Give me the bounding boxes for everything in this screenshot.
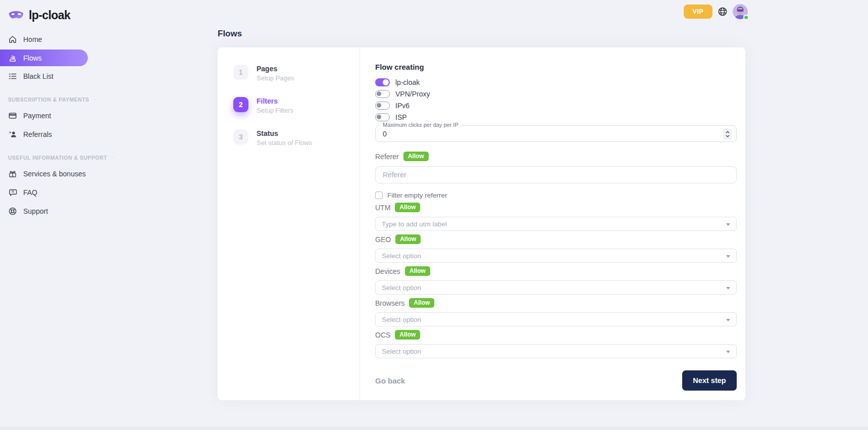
browsers-allow-badge[interactable]: Allow [409,298,434,308]
mask-icon [8,10,24,21]
next-step-button[interactable]: Next step [682,370,737,391]
lifebuoy-icon [8,207,17,216]
number-stepper[interactable] [723,129,732,139]
online-status-dot [743,15,749,20]
topbar-right: VIP [684,4,748,19]
sidebar-item-flows[interactable]: Flows [0,50,88,66]
flow-card: 1 Pages Setup Pages 2 Filters Setup Filt… [218,47,745,400]
step-pages[interactable]: 1 Pages Setup Pages [233,64,360,81]
geo-select[interactable]: Select option [375,249,737,263]
flows-icon [8,54,17,63]
chevron-down-icon [726,351,730,353]
geo-allow-badge[interactable]: Allow [395,234,421,244]
devices-label-row: Devices Allow [375,267,737,275]
sidebar-item-support[interactable]: Support [0,203,88,220]
sidebar: lp-cloak Home Flows [0,0,88,220]
referer-field [375,166,737,183]
flow-form: Flow creating lp-cloak VPN/Proxy IPv6 IS… [360,47,745,400]
main-content: Flows 1 Pages Setup Pages 2 Filters Setu… [218,29,745,400]
go-back-button[interactable]: Go back [375,376,405,385]
filter-empty-referrer-row: Filter empty referrer [375,192,737,199]
sidebar-item-referrals[interactable]: Referrals [0,126,88,143]
sidebar-item-label: Payment [23,112,51,120]
avatar[interactable] [733,4,748,19]
utm-allow-badge[interactable]: Allow [395,203,420,212]
toggle-knob [383,79,389,85]
sidebar-item-label: Black List [23,72,54,80]
browsers-label: Browsers [375,299,404,307]
step-subtitle: Setup Filters [257,107,293,114]
toggle-row-vpn-proxy: VPN/Proxy [375,90,737,98]
referral-user-icon [8,130,17,139]
sidebar-item-label: Home [23,35,42,43]
step-title: Filters [257,96,293,105]
toggle-knob [377,103,381,108]
select-placeholder: Select option [382,316,421,323]
brand-logo[interactable]: lp-cloak [0,0,88,24]
utm-label: UTM [375,204,390,212]
checkbox-label: Filter empty referrer [387,192,447,199]
vpn-proxy-toggle[interactable] [375,90,390,98]
bulleted-list-icon [8,72,17,81]
devices-allow-badge[interactable]: Allow [405,266,430,276]
devices-select[interactable]: Select option [375,280,737,295]
browsers-select[interactable]: Select option [375,312,737,326]
section-title: USEFUL INFORMATION & SUPPORT [8,155,107,161]
sidebar-item-label: Support [23,207,48,215]
section-divider [93,99,96,100]
step-number: 3 [233,129,248,145]
credit-card-icon [8,111,17,120]
ocs-allow-badge[interactable]: Allow [395,330,420,340]
gift-icon [8,169,17,178]
referer-input[interactable] [376,171,736,179]
sidebar-item-faq[interactable]: ?! FAQ [0,184,88,201]
toggle-label: VPN/Proxy [395,90,430,98]
ipv6-toggle[interactable] [375,102,390,110]
step-number: 2 [233,97,248,112]
geo-label: GEO [375,235,391,244]
ocs-label: OCS [375,331,390,339]
geo-label-row: GEO Allow [375,235,737,244]
sidebar-item-label: Flows [23,54,42,62]
chevron-down-icon [726,287,730,290]
sidebar-item-label: Referrals [23,130,52,138]
referer-label: Referer [375,153,399,161]
form-footer: Go back Next step [375,370,737,391]
stepper: 1 Pages Setup Pages 2 Filters Setup Filt… [218,47,360,400]
utm-select[interactable]: Type to add utm label [375,217,737,231]
svg-text:?!: ?! [11,190,14,194]
app-root: lp-cloak Home Flows [0,0,868,430]
ocs-label-row: OCS Allow [375,330,737,339]
vip-badge-button[interactable]: VIP [684,5,712,19]
step-filters[interactable]: 2 Filters Setup Filters [233,96,360,113]
toggle-row-isp: ISP [375,113,737,121]
referer-label-row: Referer Allow [375,152,737,161]
max-clicks-input[interactable] [383,126,706,141]
sidebar-nav-subscription: Payment Referrals [0,107,88,143]
brand-name: lp-cloak [29,9,70,22]
referer-allow-badge[interactable]: Allow [403,152,429,161]
toggle-knob [377,115,381,119]
step-status[interactable]: 3 Status Set status of Flows [233,128,360,146]
sidebar-item-payment[interactable]: Payment [0,107,88,124]
sidebar-item-services[interactable]: Services & bonuses [0,165,88,182]
globe-icon[interactable] [718,7,728,17]
sidebar-nav: Home Flows Black List [0,31,88,85]
viewport-bottom-strip [0,427,868,430]
section-divider [111,157,114,158]
step-number: 1 [233,65,248,80]
sidebar-item-black-list[interactable]: Black List [0,68,88,85]
toggle-row-lp-cloak: lp-cloak [375,78,737,86]
sidebar-item-home[interactable]: Home [0,31,88,48]
lp-cloak-toggle[interactable] [375,78,390,86]
sidebar-section-subscription: SUBSCRIPTION & PAYMENTS [0,96,88,103]
select-placeholder: Select option [382,348,421,355]
select-placeholder: Select option [382,284,421,292]
ocs-select[interactable]: Select option [375,344,737,358]
filter-empty-referrer-checkbox[interactable] [375,192,383,199]
home-icon [8,35,17,44]
form-title: Flow creating [375,63,737,72]
isp-toggle[interactable] [375,113,390,121]
chevron-down-icon [726,319,730,321]
sidebar-item-label: FAQ [23,188,37,197]
